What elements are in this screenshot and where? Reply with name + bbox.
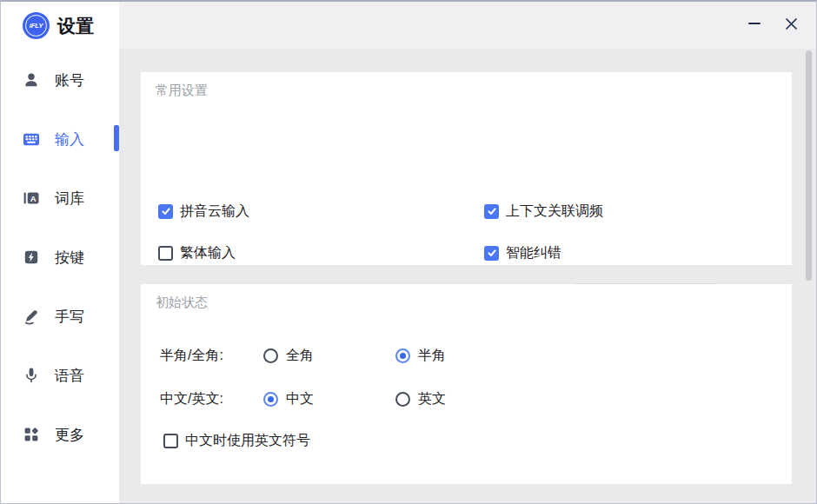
sidebar-item-lexicon[interactable]: A 词库 bbox=[23, 187, 84, 209]
radio-option-fullwidth[interactable]: 全角 bbox=[263, 347, 395, 365]
radio-row-language-mode: 中文/英文: 中文 英文 bbox=[160, 387, 446, 411]
close-x-icon bbox=[785, 17, 798, 30]
setting-label: 繁体输入 bbox=[180, 244, 236, 262]
page-title: 设置 bbox=[57, 14, 94, 38]
sidebar: iFLY 设置 账号 输入 bbox=[0, 0, 119, 504]
radio-label: 英文 bbox=[418, 390, 446, 408]
sidebar-item-voice[interactable]: 语音 bbox=[23, 364, 84, 387]
sidebar-item-account[interactable]: 账号 bbox=[23, 69, 84, 91]
radio-chinese[interactable] bbox=[263, 392, 278, 407]
radio-option-halfwidth[interactable]: 半角 bbox=[395, 347, 446, 365]
check-icon bbox=[487, 248, 497, 258]
setting-label: 上下文关联调频 bbox=[506, 202, 603, 221]
radio-english[interactable] bbox=[395, 392, 410, 407]
setting-label: 中文时使用英文符号 bbox=[185, 432, 310, 450]
sidebar-item-keys[interactable]: 按键 bbox=[23, 246, 84, 269]
dictionary-icon: A bbox=[23, 189, 40, 207]
ifly-logo-text: iFLY bbox=[25, 15, 47, 36]
row-label: 中文/英文: bbox=[160, 390, 263, 408]
titlebar bbox=[119, 0, 817, 49]
user-icon bbox=[23, 71, 40, 89]
checkbox-english-symbols-in-chinese[interactable] bbox=[163, 434, 178, 448]
sidebar-item-input[interactable]: 输入 bbox=[23, 128, 84, 150]
app-header: iFLY 设置 bbox=[23, 12, 94, 39]
ifly-logo-icon: iFLY bbox=[23, 12, 50, 39]
sidebar-item-label: 手写 bbox=[55, 307, 84, 327]
sidebar-item-label: 账号 bbox=[55, 70, 84, 90]
section-title: 常用设置 bbox=[156, 83, 208, 99]
radio-label: 半角 bbox=[418, 347, 446, 365]
setting-row: 中文时使用英文符号 bbox=[163, 428, 310, 453]
scrollbar-thumb[interactable] bbox=[806, 50, 812, 281]
sidebar-item-label: 输入 bbox=[55, 129, 84, 149]
active-item-indicator bbox=[114, 125, 119, 151]
sidebar-item-label: 词库 bbox=[55, 189, 84, 209]
keyboard-icon bbox=[23, 130, 40, 148]
section-title: 初始状态 bbox=[156, 295, 208, 311]
common-settings-card: 常用设置 拼音云输入 繁体输入 顿号“、”可用“/”键输入 上下文关联调频 智能… bbox=[141, 72, 792, 265]
microphone-icon bbox=[23, 367, 40, 384]
hotkey-lightning-icon bbox=[23, 249, 40, 266]
initial-state-card: 初始状态 半角/全角: 全角 半角 中文/英文: 中文 英文 中文时使用英文符号 bbox=[141, 284, 792, 484]
setting-label: 智能纠错 bbox=[506, 244, 561, 262]
setting-row: 智能纠错 bbox=[484, 241, 561, 265]
radio-label: 全角 bbox=[286, 347, 314, 365]
radio-option-chinese[interactable]: 中文 bbox=[263, 390, 395, 408]
close-button[interactable] bbox=[777, 10, 805, 37]
setting-row: 上下文关联调频 bbox=[484, 199, 603, 223]
setting-label: 拼音云输入 bbox=[180, 202, 249, 221]
checkbox-traditional-input[interactable] bbox=[158, 246, 173, 261]
check-icon bbox=[161, 206, 171, 216]
radio-row-width-mode: 半角/全角: 全角 半角 bbox=[160, 343, 446, 368]
sidebar-item-label: 更多 bbox=[55, 425, 84, 445]
sidebar-item-more[interactable]: 更多 bbox=[23, 423, 84, 446]
handwriting-pen-icon bbox=[23, 308, 40, 325]
sidebar-item-handwriting[interactable]: 手写 bbox=[23, 305, 84, 328]
setting-row: 繁体输入 bbox=[158, 241, 236, 265]
minimize-button[interactable] bbox=[741, 10, 768, 37]
setting-row: 拼音云输入 bbox=[158, 199, 249, 223]
radio-fullwidth[interactable] bbox=[263, 348, 278, 363]
checkbox-pinyin-cloud-input[interactable] bbox=[158, 204, 173, 219]
checkbox-context-frequency[interactable] bbox=[484, 204, 499, 219]
radio-label: 中文 bbox=[286, 390, 314, 408]
checkbox-smart-correction[interactable] bbox=[484, 246, 499, 261]
row-label: 半角/全角: bbox=[160, 347, 263, 365]
window-controls bbox=[741, 10, 805, 37]
svg-text:A: A bbox=[30, 194, 37, 203]
radio-halfwidth[interactable] bbox=[395, 348, 410, 363]
sidebar-item-label: 按键 bbox=[55, 248, 84, 268]
more-grid-icon bbox=[23, 426, 40, 443]
minus-icon bbox=[748, 23, 761, 24]
sidebar-item-label: 语音 bbox=[55, 366, 84, 386]
check-icon bbox=[487, 206, 497, 216]
radio-option-english[interactable]: 英文 bbox=[395, 390, 446, 408]
